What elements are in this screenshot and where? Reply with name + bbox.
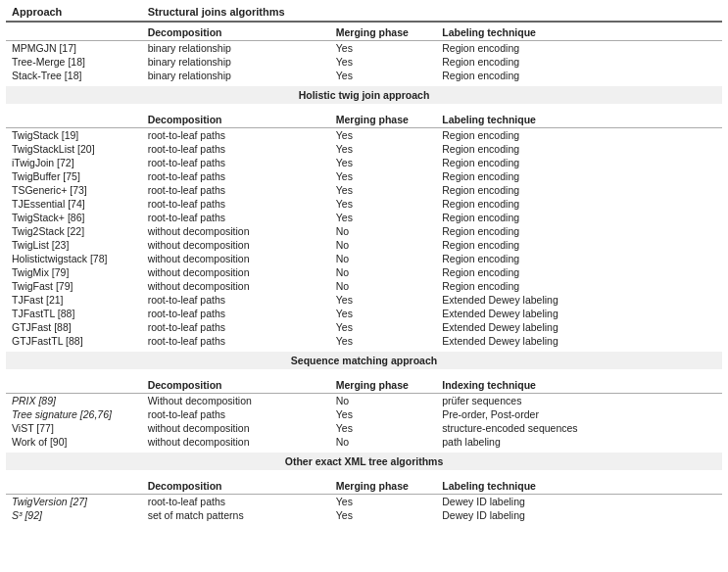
table-cell: TwigStackList [20]: [6, 142, 142, 156]
column-header-cell: Decomposition: [142, 375, 330, 394]
table-cell: without decomposition: [142, 252, 330, 265]
section-header-row: Sequence matching approach: [6, 352, 722, 369]
column-header-cell: Merging phase: [330, 476, 436, 495]
table-cell: root-to-leaf paths: [142, 307, 330, 320]
table-cell: No: [330, 435, 436, 449]
table-row: GTJFastTL [88]root-to-leaf pathsYesExten…: [6, 334, 722, 348]
table-row: TwigVersion [27]root-to-leaf pathsYesDew…: [6, 495, 722, 509]
table-cell: No: [330, 238, 436, 252]
table-cell: Yes: [330, 183, 436, 197]
table-cell: Holistictwigstack [78]: [6, 252, 142, 265]
table-row: TwigStack+ [86]root-to-leaf pathsYesRegi…: [6, 211, 722, 224]
table-cell: without decomposition: [142, 265, 330, 279]
table-cell: Extended Dewey labeling: [436, 320, 722, 334]
table-cell: Yes: [330, 407, 436, 421]
table-cell: root-to-leaf paths: [142, 197, 330, 211]
table-cell: Yes: [330, 156, 436, 169]
table-cell: without decomposition: [142, 238, 330, 252]
column-header-cell: [6, 476, 142, 495]
table-cell: Tree signature [26,76]: [6, 407, 142, 421]
table-row: TJFast [21]root-to-leaf pathsYesExtended…: [6, 293, 722, 307]
table-cell: TwigVersion [27]: [6, 495, 142, 509]
table-row: Tree-Merge [18]binary relationshipYesReg…: [6, 55, 722, 69]
table-cell: TJFast [21]: [6, 293, 142, 307]
table-cell: without decomposition: [142, 421, 330, 435]
table-cell: Region encoding: [436, 55, 722, 69]
top-header-row: Approach Structural joins algorithms: [6, 4, 722, 22]
column-header-cell: Decomposition: [142, 476, 330, 495]
table-cell: TwigStack+ [86]: [6, 211, 142, 224]
main-container: Approach Structural joins algorithms Dec…: [0, 0, 728, 530]
section-header-row: Other exact XML tree algorithms: [6, 453, 722, 470]
section-header-cell: Other exact XML tree algorithms: [6, 453, 722, 470]
table-cell: Region encoding: [436, 197, 722, 211]
table-cell: root-to-leaf paths: [142, 407, 330, 421]
table-cell: TwigList [23]: [6, 238, 142, 252]
table-row: TJFastTL [88]root-to-leaf pathsYesExtend…: [6, 307, 722, 320]
table-cell: TwigFast [79]: [6, 279, 142, 293]
table-row: S³ [92]set of match patternsYesDewey ID …: [6, 508, 722, 522]
table-row: TwigBuffer [75]root-to-leaf pathsYesRegi…: [6, 169, 722, 183]
table-cell: TwigBuffer [75]: [6, 169, 142, 183]
column-header-row: DecompositionMerging phaseLabeling techn…: [6, 110, 722, 128]
table-cell: Dewey ID labeling: [436, 508, 722, 522]
table-cell: Yes: [330, 128, 436, 143]
table-cell: Yes: [330, 307, 436, 320]
table-cell: root-to-leaf paths: [142, 334, 330, 348]
table-cell: Pre-order, Post-order: [436, 407, 722, 421]
column-header-row: DecompositionMerging phaseIndexing techn…: [6, 375, 722, 394]
column-header-cell: Merging phase: [330, 22, 436, 41]
table-row: TwigStackList [20]root-to-leaf pathsYesR…: [6, 142, 722, 156]
table-cell: Without decomposition: [142, 394, 330, 408]
table-cell: Region encoding: [436, 224, 722, 238]
header-structural: Structural joins algorithms: [142, 4, 722, 22]
table-cell: root-to-leaf paths: [142, 142, 330, 156]
table-cell: Tree-Merge [18]: [6, 55, 142, 69]
table-cell: Region encoding: [436, 69, 722, 82]
table-cell: Region encoding: [436, 238, 722, 252]
column-header-cell: Decomposition: [142, 22, 330, 41]
table-row: GTJFast [88]root-to-leaf pathsYesExtende…: [6, 320, 722, 334]
table-row: TwigList [23]without decompositionNoRegi…: [6, 238, 722, 252]
gap-row: [6, 522, 722, 526]
table-row: TJEssential [74]root-to-leaf pathsYesReg…: [6, 197, 722, 211]
table-cell: without decomposition: [142, 224, 330, 238]
column-header-cell: Indexing technique: [436, 375, 722, 394]
table-row: iTwigJoin [72]root-to-leaf pathsYesRegio…: [6, 156, 722, 169]
table-cell: Yes: [330, 508, 436, 522]
table-cell: structure-encoded sequences: [436, 421, 722, 435]
header-approach: Approach: [6, 4, 142, 22]
column-header-cell: [6, 110, 142, 128]
table-cell: No: [330, 279, 436, 293]
table-row: Work of [90]without decompositionNopath …: [6, 435, 722, 449]
table-cell: Work of [90]: [6, 435, 142, 449]
table-cell: root-to-leaf paths: [142, 128, 330, 143]
table-cell: root-to-leaf paths: [142, 495, 330, 509]
table-row: TwigFast [79]without decompositionNoRegi…: [6, 279, 722, 293]
table-cell: Region encoding: [436, 183, 722, 197]
table-row: Stack-Tree [18]binary relationshipYesReg…: [6, 69, 722, 82]
table-row: PRIX [89]Without decompositionNoprüfer s…: [6, 394, 722, 408]
table-cell: Twig2Stack [22]: [6, 224, 142, 238]
column-header-cell: Labeling technique: [436, 22, 722, 41]
table-cell: GTJFastTL [88]: [6, 334, 142, 348]
table-cell: Region encoding: [436, 265, 722, 279]
column-header-cell: Labeling technique: [436, 110, 722, 128]
table-cell: Extended Dewey labeling: [436, 307, 722, 320]
table-cell: Stack-Tree [18]: [6, 69, 142, 82]
table-cell: root-to-leaf paths: [142, 156, 330, 169]
column-header-row: DecompositionMerging phaseLabeling techn…: [6, 476, 722, 495]
table-row: ViST [77]without decompositionYesstructu…: [6, 421, 722, 435]
table-row: Twig2Stack [22]without decompositionNoRe…: [6, 224, 722, 238]
table-cell: Region encoding: [436, 41, 722, 56]
column-header-cell: Merging phase: [330, 375, 436, 394]
table-cell: Region encoding: [436, 279, 722, 293]
column-header-cell: [6, 375, 142, 394]
table-cell: root-to-leaf paths: [142, 320, 330, 334]
table-cell: No: [330, 394, 436, 408]
table-cell: Yes: [330, 495, 436, 509]
table-cell: set of match patterns: [142, 508, 330, 522]
table-cell: Yes: [330, 293, 436, 307]
table-cell: binary relationship: [142, 41, 330, 56]
table-cell: PRIX [89]: [6, 394, 142, 408]
